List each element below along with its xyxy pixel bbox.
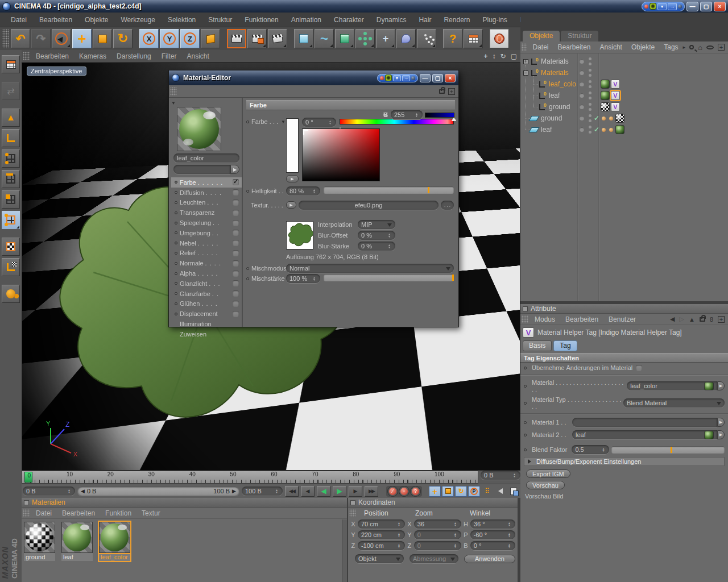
material-thumbnail[interactable] bbox=[24, 522, 55, 553]
eye-icon[interactable] bbox=[706, 45, 714, 49]
object-label[interactable]: ground bbox=[549, 103, 570, 111]
viewport-menu-item[interactable]: Kameras bbox=[74, 52, 111, 60]
brightness-slider[interactable] bbox=[324, 186, 454, 194]
object-tree-row[interactable]: ground ✓ bbox=[520, 101, 728, 113]
shader-selector[interactable]: ▶ bbox=[173, 165, 239, 174]
channel-checkbox[interactable] bbox=[233, 271, 239, 277]
add-array-button[interactable] bbox=[355, 29, 375, 48]
nvidia-collapse-icon[interactable]: ▾ bbox=[657, 3, 667, 10]
tag-indigo-icon[interactable] bbox=[611, 80, 620, 89]
current-frame-marker[interactable]: 0 bbox=[24, 472, 32, 483]
attr-menu-item[interactable]: Benutzer bbox=[603, 315, 641, 323]
object-label[interactable]: ground bbox=[541, 114, 562, 122]
expander-icon[interactable]: + bbox=[523, 59, 528, 64]
add-particles-button[interactable] bbox=[417, 29, 436, 48]
menu-item[interactable]: Selektion bbox=[162, 16, 202, 24]
material-typ-dropdown[interactable]: Blend Material bbox=[623, 398, 725, 408]
help-button[interactable]: ? bbox=[443, 29, 462, 48]
key-parameter-button[interactable]: P bbox=[468, 486, 480, 497]
object-label[interactable]: leaf bbox=[541, 126, 552, 134]
spinner-arrows-icon[interactable] bbox=[67, 489, 72, 493]
edges-mode-button[interactable] bbox=[2, 170, 20, 188]
menu-item[interactable]: Animation bbox=[285, 16, 328, 24]
add-cube-button[interactable] bbox=[294, 29, 313, 48]
slider-mark[interactable] bbox=[671, 447, 672, 453]
material-name-field[interactable]: leaf_color bbox=[173, 153, 239, 163]
tag-indigo-icon[interactable] bbox=[611, 91, 620, 100]
attr-menu-item[interactable]: Modus bbox=[530, 315, 560, 323]
dot-orange-icon[interactable] bbox=[609, 128, 613, 132]
content-browser-button[interactable] bbox=[464, 29, 483, 48]
interpolation-dropdown[interactable]: MIP bbox=[358, 220, 395, 229]
visibility-toggles[interactable] bbox=[589, 69, 592, 77]
channel-item[interactable]: Glühen . . . . bbox=[171, 299, 242, 309]
parent-icon[interactable]: ▲ bbox=[689, 316, 695, 323]
menu-overflow-icon[interactable]: ▸ bbox=[683, 44, 686, 50]
object-axis-button[interactable] bbox=[2, 129, 20, 147]
blur-strength-field[interactable]: 0 % bbox=[358, 242, 395, 251]
material-preview[interactable] bbox=[177, 107, 221, 151]
expander-icon[interactable]: − bbox=[523, 70, 528, 76]
mat-leaf-icon[interactable] bbox=[601, 80, 610, 89]
mixstrength-slider[interactable] bbox=[324, 274, 454, 281]
channel-checkbox[interactable] bbox=[233, 220, 239, 226]
material-link-field[interactable]: leaf_color bbox=[627, 381, 717, 390]
visibility-toggles[interactable] bbox=[589, 57, 592, 65]
key-pla-button[interactable]: ⠿ bbox=[481, 486, 493, 497]
maximize-button[interactable]: ▢ bbox=[432, 74, 443, 82]
nvidia-widget[interactable]: ▾ → bbox=[642, 2, 685, 11]
channel-item[interactable]: Glanzfarbe . . bbox=[171, 289, 242, 299]
materials-menu-item[interactable]: Funktion bbox=[100, 509, 136, 517]
zoom-y-field[interactable]: 0 bbox=[414, 530, 461, 539]
hue-spinner[interactable]: 0 ° bbox=[302, 118, 336, 127]
position-x-field[interactable]: 70 cm bbox=[358, 519, 405, 529]
spinner-arrows-icon[interactable] bbox=[387, 244, 392, 248]
material-swatch[interactable]: leaf bbox=[61, 522, 94, 561]
play-forward-button[interactable]: ▶ bbox=[333, 486, 346, 497]
panel-icon[interactable] bbox=[24, 500, 29, 505]
drag-handle[interactable] bbox=[349, 509, 356, 517]
channel-item[interactable]: Transparenz bbox=[171, 207, 242, 218]
layer-dot[interactable] bbox=[580, 105, 584, 109]
tag-icons[interactable] bbox=[601, 91, 620, 100]
material-name[interactable]: leaf bbox=[61, 553, 93, 561]
shader-arrow-icon[interactable]: ▶ bbox=[230, 165, 239, 174]
menu-item[interactable]: Bearbeiten bbox=[33, 16, 78, 24]
prev-frame-button[interactable]: ◀ bbox=[301, 486, 315, 497]
winkel-p-field[interactable]: -60 ° bbox=[470, 530, 515, 539]
collapse-arrow-icon[interactable]: ▼ bbox=[171, 101, 176, 106]
materials-menu-item[interactable]: Bearbeiten bbox=[57, 509, 100, 517]
materials-menu-item[interactable]: Datei bbox=[31, 509, 57, 517]
link-arrow-icon[interactable]: ▶ bbox=[717, 418, 725, 427]
channel-checkbox[interactable] bbox=[233, 240, 239, 246]
channel-checkbox[interactable] bbox=[233, 301, 239, 307]
menu-item[interactable]: Werkzeuge bbox=[114, 16, 161, 24]
export-igm-button[interactable]: Export IGM bbox=[526, 469, 570, 478]
mat-leaf-icon[interactable] bbox=[601, 91, 610, 100]
expand-arrow-icon[interactable]: ▼ bbox=[281, 119, 286, 124]
range-right-icon[interactable]: ▶ bbox=[232, 488, 236, 494]
enabled-check-icon[interactable]: ✓ bbox=[594, 114, 599, 122]
channel-checkbox[interactable] bbox=[233, 199, 239, 206]
polygons-mode-button[interactable] bbox=[2, 190, 20, 209]
coordinate-system-button[interactable] bbox=[201, 29, 220, 48]
mixmode-dropdown[interactable]: Normal bbox=[286, 264, 454, 273]
close-button[interactable]: × bbox=[445, 74, 456, 82]
spinner-arrows-icon[interactable] bbox=[601, 447, 606, 452]
nvidia-collapse-icon[interactable]: ▾ bbox=[393, 75, 401, 81]
texture-thumbnail[interactable] bbox=[286, 221, 313, 250]
panel-icon[interactable] bbox=[350, 500, 355, 505]
menu-item[interactable]: Dynamics bbox=[370, 16, 413, 24]
zoom-z-field[interactable]: 0 bbox=[414, 541, 461, 550]
add-icon[interactable]: + bbox=[448, 88, 455, 95]
lock-z-button[interactable]: Z bbox=[180, 29, 200, 48]
layer-dot[interactable] bbox=[580, 59, 584, 64]
points-mode-button[interactable] bbox=[2, 149, 20, 168]
maximize-view-icon[interactable]: ▢ bbox=[511, 52, 517, 60]
object-tree-row[interactable]: leaf_color ✓ bbox=[520, 78, 728, 90]
timeline-ruler[interactable]: 0102030405060708090100 0 bbox=[22, 471, 478, 484]
add-hypernurbs-button[interactable] bbox=[335, 29, 354, 48]
swatch-mode-button[interactable]: ▶ bbox=[286, 175, 299, 182]
slider-mark[interactable] bbox=[428, 187, 429, 193]
material-swatch[interactable]: leaf_color bbox=[99, 522, 131, 561]
